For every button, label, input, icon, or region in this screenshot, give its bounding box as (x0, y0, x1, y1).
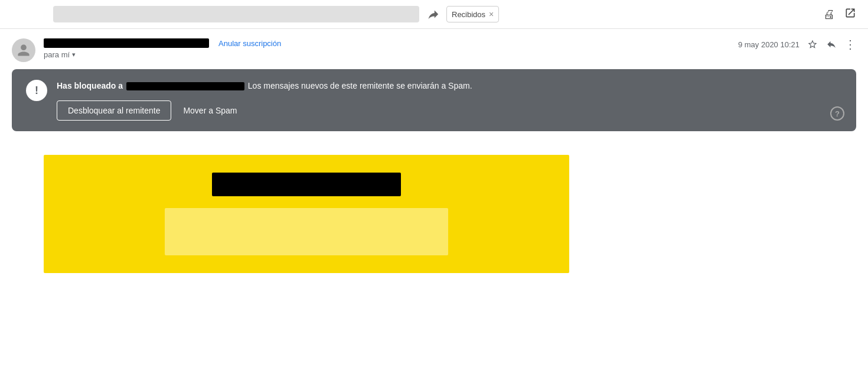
email-content-frame (44, 155, 569, 273)
unblock-sender-button[interactable]: Desbloquear al remitente (57, 100, 171, 121)
subject-bar (53, 6, 419, 22)
warning-exclamation-icon: ! (26, 80, 47, 101)
top-bar: Recibidos × 🖨 (0, 0, 868, 29)
move-to-spam-button[interactable]: Mover a Spam (183, 101, 237, 120)
close-recibidos-icon[interactable]: × (489, 9, 494, 19)
sender-row: Anular suscripción (44, 38, 730, 48)
email-meta: 9 may 2020 10:21 ⋮ (738, 38, 856, 50)
more-actions-icon[interactable]: ⋮ (844, 38, 856, 50)
reply-icon[interactable] (825, 38, 837, 50)
unsubscribe-link[interactable]: Anular suscripción (218, 39, 281, 48)
recibidos-label: Recibidos (452, 10, 485, 19)
warning-text: Has bloqueado a Los mensajes nuevos de e… (57, 80, 842, 92)
email-header: Anular suscripción para mí ▾ 9 may 2020 … (0, 29, 868, 69)
warning-content: Has bloqueado a Los mensajes nuevos de e… (57, 80, 842, 121)
top-actions: 🖨 (823, 7, 856, 22)
print-icon[interactable]: 🖨 (823, 8, 835, 21)
email-date: 9 may 2020 10:21 (738, 40, 800, 49)
star-icon[interactable] (807, 38, 818, 50)
recibidos-chip[interactable]: Recibidos × (446, 6, 499, 22)
open-external-icon[interactable] (844, 7, 856, 22)
help-icon[interactable]: ? (830, 106, 844, 121)
avatar (12, 38, 35, 62)
warning-prefix: Has bloqueado a (57, 81, 123, 90)
sender-name-redacted (44, 38, 209, 48)
blocked-sender-redacted (126, 82, 244, 90)
to-row: para mí ▾ (44, 50, 730, 59)
sender-info: Anular suscripción para mí ▾ (44, 38, 730, 59)
email-body (0, 131, 868, 273)
warning-banner: ! Has bloqueado a Los mensajes nuevos de… (12, 69, 856, 131)
forward-icon (426, 8, 439, 21)
email-content-body-redacted (165, 208, 448, 255)
warning-actions: Desbloquear al remitente Mover a Spam (57, 100, 842, 121)
expand-recipients-icon[interactable]: ▾ (72, 51, 76, 59)
warning-suffix: Los mensajes nuevos de este remitente se… (248, 81, 472, 90)
to-label: para mí (44, 50, 70, 59)
email-content-title-redacted (212, 173, 401, 196)
